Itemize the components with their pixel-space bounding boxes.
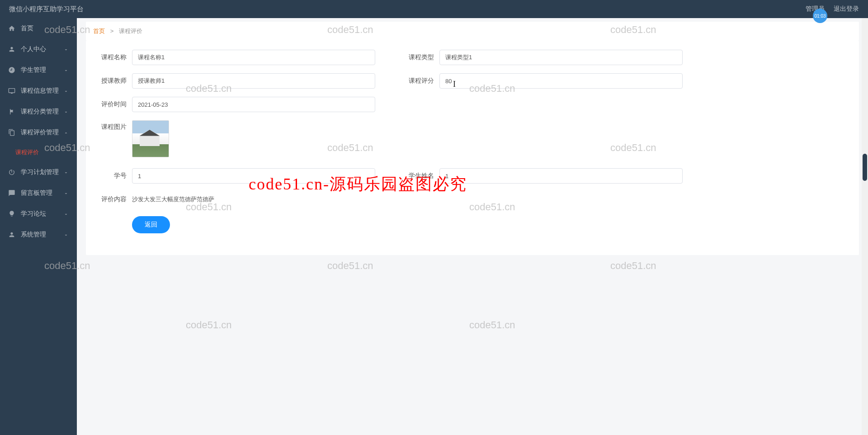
back-button[interactable]: 返回 [132,216,170,233]
main-content: 首页 > 课程评价 课程名称 课程类型 授课教师 [77,18,868,435]
course-name-input[interactable] [132,50,375,65]
chevron-down-icon [63,232,69,237]
person-icon [8,231,15,238]
sidebar-item-label: 课程信息管理 [21,87,63,95]
flag-icon [8,108,15,115]
breadcrumb-current: 课程评价 [119,28,142,34]
app-header: 微信小程序互助学习平台 管理员 退出登录 01:03 [0,0,868,18]
sidebar-item-label: 课程分类管理 [21,108,63,116]
sidebar-item-label: 系统管理 [21,231,63,239]
sidebar-item-forum[interactable]: 学习论坛 [0,203,77,224]
app-title: 微信小程序互助学习平台 [9,5,84,14]
course-type-label: 课程类型 [402,53,434,61]
eval-content-value: 沙发大发三大幅度范德萨范德萨 [132,192,850,207]
sidebar-item-label: 学生管理 [21,66,63,74]
sidebar-item-label: 学习论坛 [21,210,63,218]
breadcrumb: 首页 > 课程评价 [86,22,859,41]
course-type-input[interactable] [439,50,683,65]
monitor-icon [8,87,15,95]
chevron-down-icon [63,109,69,114]
timer-badge: 01:03 [813,9,827,23]
chevron-down-icon [63,88,69,94]
sidebar-item-label: 首页 [21,24,69,33]
sidebar-item-personal[interactable]: 个人中心 [0,39,77,60]
teacher-input[interactable] [132,73,375,89]
copy-icon [8,129,15,136]
person-icon [8,46,15,53]
chevron-up-icon [63,130,69,135]
sidebar-item-label: 课程评价管理 [21,128,63,137]
teacher-label: 授课教师 [95,77,127,85]
scrollbar-track[interactable] [862,18,868,435]
score-input[interactable] [439,73,683,89]
sidebar-item-system[interactable]: 系统管理 [0,224,77,245]
chevron-down-icon [63,67,69,73]
home-icon [8,25,15,32]
chevron-down-icon [63,47,69,52]
sidebar: 首页 个人中心 学生管理 课程信息管理 课程分类管理 课程评价管 [0,18,77,435]
course-name-label: 课程名称 [95,53,127,61]
student-id-input[interactable] [132,168,375,184]
course-image[interactable] [132,120,169,157]
eval-time-label: 评价时间 [95,100,127,109]
chevron-down-icon [63,190,69,196]
sidebar-item-label: 学习计划管理 [21,168,63,176]
bulb-icon [8,210,15,218]
eval-time-input[interactable] [132,97,375,112]
breadcrumb-sep: > [110,28,114,34]
chevron-down-icon [63,211,69,217]
message-icon [8,189,15,197]
sidebar-item-label: 个人中心 [21,45,63,53]
sidebar-item-study-plan[interactable]: 学习计划管理 [0,162,77,183]
eval-content-label: 评价内容 [95,195,127,203]
sidebar-item-label: 留言板管理 [21,189,63,197]
student-name-label: 学生姓名 [402,172,434,180]
student-id-label: 学号 [95,172,127,180]
sidebar-item-message-board[interactable]: 留言板管理 [0,183,77,203]
power-icon [8,169,15,176]
clock-icon [8,66,15,74]
breadcrumb-home[interactable]: 首页 [93,28,105,34]
sidebar-item-student[interactable]: 学生管理 [0,60,77,80]
sidebar-item-home[interactable]: 首页 [0,18,77,39]
sidebar-item-course-info[interactable]: 课程信息管理 [0,80,77,101]
scrollbar-thumb[interactable] [863,154,867,181]
sidebar-item-course-eval[interactable]: 课程评价管理 [0,122,77,143]
sidebar-item-course-category[interactable]: 课程分类管理 [0,101,77,122]
student-name-input[interactable] [439,168,683,184]
course-image-label: 课程图片 [95,120,127,131]
chevron-down-icon [63,170,69,175]
submenu-course-eval[interactable]: 课程评价 [0,143,77,162]
header-right: 管理员 退出登录 01:03 [806,5,859,13]
form-panel: 课程名称 课程类型 授课教师 课程评分 I [86,41,859,255]
logout-link[interactable]: 退出登录 [834,5,859,13]
score-label: 课程评分 [402,77,434,85]
text-cursor-icon: I [453,80,456,89]
